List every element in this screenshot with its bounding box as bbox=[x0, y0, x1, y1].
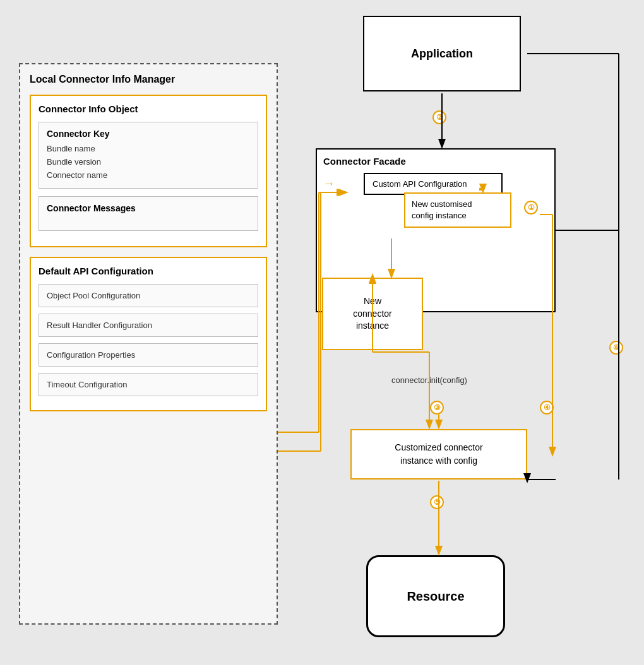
bundle-name: Bundle name bbox=[47, 143, 250, 156]
timeout-config: Timeout Configuration bbox=[39, 373, 258, 396]
lcim-box: Local Connector Info Manager Connector I… bbox=[19, 63, 278, 625]
bundle-version: Bundle version bbox=[47, 156, 250, 169]
resource-box: Resource bbox=[366, 555, 505, 637]
connector-key-title: Connector Key bbox=[47, 129, 250, 139]
step-5-label: ⑤ bbox=[430, 495, 444, 509]
connector-init-label: connector.init(config) bbox=[391, 375, 467, 385]
connector-facade-title: Connector Facade bbox=[323, 156, 548, 167]
custom-api-config-label: Custom API Configuration bbox=[373, 179, 467, 189]
step-3-label: ③ bbox=[430, 401, 444, 415]
object-pool-config: Object Pool Configuration bbox=[39, 284, 258, 307]
resource-title: Resource bbox=[407, 589, 464, 604]
step-4-label: ④ bbox=[540, 401, 554, 415]
step-2-label: ② bbox=[432, 110, 446, 124]
diagram-container: Local Connector Info Manager Connector I… bbox=[0, 0, 644, 665]
step-1-label: ① bbox=[524, 201, 538, 215]
cio-title: Connector Info Object bbox=[39, 103, 258, 114]
dac-title: Default API Configuration bbox=[39, 266, 258, 276]
new-connector-instance-label: New connector instance bbox=[353, 295, 391, 332]
custom-api-config-box: Custom API Configuration bbox=[364, 173, 503, 195]
new-connector-instance-box: New connector instance bbox=[322, 278, 423, 350]
new-customised-label: New customisedconfig instance bbox=[412, 199, 472, 220]
connector-key-box: Connector Key Bundle name Bundle version… bbox=[39, 122, 258, 189]
lcim-title: Local Connector Info Manager bbox=[30, 74, 267, 85]
connector-name: Connector name bbox=[47, 169, 250, 182]
application-box: Application bbox=[363, 16, 521, 91]
step-6-label: ⑥ bbox=[609, 341, 623, 355]
result-handler-config: Result Handler Configuration bbox=[39, 314, 258, 337]
customized-connector-box: Customized connector instance with confi… bbox=[350, 429, 527, 480]
configuration-properties: Configuration Properties bbox=[39, 343, 258, 367]
connector-messages-box: Connector Messages bbox=[39, 196, 258, 231]
new-customised-config-box: New customisedconfig instance bbox=[404, 192, 511, 228]
cio-box: Connector Info Object Connector Key Bund… bbox=[30, 95, 267, 247]
customized-connector-label: Customized connector instance with confi… bbox=[395, 441, 482, 468]
dac-box: Default API Configuration Object Pool Co… bbox=[30, 257, 267, 411]
application-title: Application bbox=[411, 47, 473, 61]
connector-messages-title: Connector Messages bbox=[47, 203, 250, 213]
